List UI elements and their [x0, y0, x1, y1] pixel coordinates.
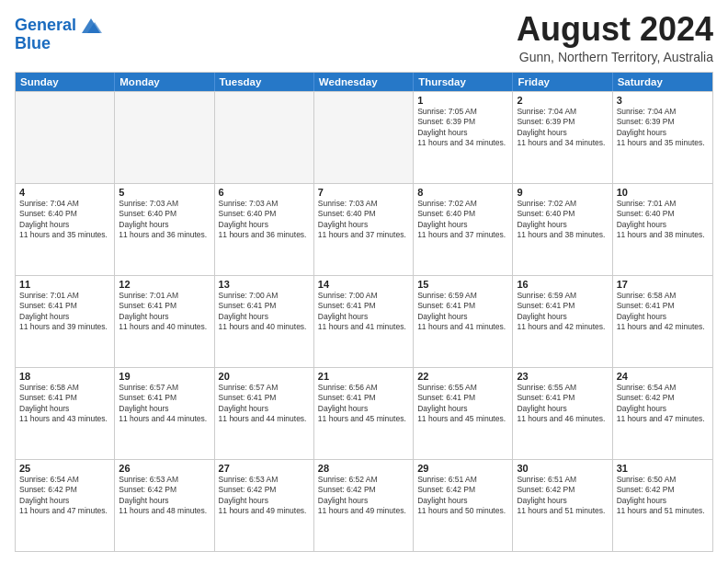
cal-cell: 16Sunrise: 6:59 AMSunset: 6:41 PMDayligh… [513, 276, 612, 367]
day-number: 27 [219, 463, 310, 474]
day-number: 24 [617, 371, 709, 382]
header-day-sunday: Sunday [16, 73, 115, 91]
cell-info: Sunrise: 7:03 AMSunset: 6:40 PMDaylight … [318, 199, 409, 241]
cal-cell: 29Sunrise: 6:51 AMSunset: 6:42 PMDayligh… [414, 460, 513, 551]
header-day-monday: Monday [115, 73, 214, 91]
day-number: 31 [617, 463, 709, 474]
cell-info: Sunrise: 6:55 AMSunset: 6:41 PMDaylight … [517, 383, 608, 425]
cal-cell: 25Sunrise: 6:54 AMSunset: 6:42 PMDayligh… [16, 460, 115, 551]
cal-cell: 3Sunrise: 7:04 AMSunset: 6:39 PMDaylight… [613, 92, 712, 183]
cell-info: Sunrise: 6:52 AMSunset: 6:42 PMDaylight … [318, 475, 409, 517]
cell-info: Sunrise: 7:03 AMSunset: 6:40 PMDaylight … [219, 199, 310, 241]
header-day-saturday: Saturday [613, 73, 712, 91]
cell-info: Sunrise: 7:01 AMSunset: 6:41 PMDaylight … [119, 291, 210, 333]
cell-info: Sunrise: 6:58 AMSunset: 6:41 PMDaylight … [617, 291, 709, 333]
week-row-5: 25Sunrise: 6:54 AMSunset: 6:42 PMDayligh… [16, 459, 712, 551]
cell-info: Sunrise: 7:04 AMSunset: 6:39 PMDaylight … [617, 107, 709, 149]
day-number: 6 [219, 187, 310, 198]
cal-cell: 18Sunrise: 6:58 AMSunset: 6:41 PMDayligh… [16, 368, 115, 459]
day-number: 29 [417, 463, 508, 474]
week-row-1: 1Sunrise: 7:05 AMSunset: 6:39 PMDaylight… [16, 91, 712, 183]
calendar-header: SundayMondayTuesdayWednesdayThursdayFrid… [16, 73, 712, 91]
day-number: 20 [219, 371, 310, 382]
cell-info: Sunrise: 7:02 AMSunset: 6:40 PMDaylight … [517, 199, 608, 241]
cal-cell: 13Sunrise: 7:00 AMSunset: 6:41 PMDayligh… [215, 276, 314, 367]
cal-cell: 12Sunrise: 7:01 AMSunset: 6:41 PMDayligh… [115, 276, 214, 367]
day-number: 11 [19, 279, 110, 290]
header-day-thursday: Thursday [414, 73, 513, 91]
week-row-2: 4Sunrise: 7:04 AMSunset: 6:40 PMDaylight… [16, 183, 712, 275]
cal-cell: 6Sunrise: 7:03 AMSunset: 6:40 PMDaylight… [215, 184, 314, 275]
cal-cell [115, 92, 214, 183]
day-number: 3 [617, 95, 709, 106]
cal-cell: 2Sunrise: 7:04 AMSunset: 6:39 PMDaylight… [513, 92, 612, 183]
cell-info: Sunrise: 7:03 AMSunset: 6:40 PMDaylight … [119, 199, 210, 241]
cal-cell: 8Sunrise: 7:02 AMSunset: 6:40 PMDaylight… [414, 184, 513, 275]
cell-info: Sunrise: 7:01 AMSunset: 6:41 PMDaylight … [19, 291, 110, 333]
title-block: August 2024 Gunn, Northern Territory, Au… [517, 11, 713, 64]
cal-cell: 17Sunrise: 6:58 AMSunset: 6:41 PMDayligh… [613, 276, 712, 367]
day-number: 28 [318, 463, 409, 474]
day-number: 14 [318, 279, 409, 290]
day-number: 25 [19, 463, 110, 474]
cal-cell: 10Sunrise: 7:01 AMSunset: 6:40 PMDayligh… [613, 184, 712, 275]
day-number: 12 [119, 279, 210, 290]
day-number: 16 [517, 279, 608, 290]
cal-cell: 15Sunrise: 6:59 AMSunset: 6:41 PMDayligh… [414, 276, 513, 367]
day-number: 10 [617, 187, 709, 198]
day-number: 5 [119, 187, 210, 198]
cal-cell: 14Sunrise: 7:00 AMSunset: 6:41 PMDayligh… [314, 276, 414, 367]
cell-info: Sunrise: 6:56 AMSunset: 6:41 PMDaylight … [318, 383, 409, 425]
cal-cell: 30Sunrise: 6:51 AMSunset: 6:42 PMDayligh… [513, 460, 612, 551]
calendar: SundayMondayTuesdayWednesdayThursdayFrid… [15, 72, 713, 552]
cal-cell: 31Sunrise: 6:50 AMSunset: 6:42 PMDayligh… [613, 460, 712, 551]
cell-info: Sunrise: 6:59 AMSunset: 6:41 PMDaylight … [417, 291, 508, 333]
cal-cell: 4Sunrise: 7:04 AMSunset: 6:40 PMDaylight… [16, 184, 115, 275]
cell-info: Sunrise: 6:54 AMSunset: 6:42 PMDaylight … [617, 383, 709, 425]
cell-info: Sunrise: 6:51 AMSunset: 6:42 PMDaylight … [417, 475, 508, 517]
week-row-4: 18Sunrise: 6:58 AMSunset: 6:41 PMDayligh… [16, 367, 712, 459]
cal-cell: 27Sunrise: 6:53 AMSunset: 6:42 PMDayligh… [215, 460, 314, 551]
cell-info: Sunrise: 6:58 AMSunset: 6:41 PMDaylight … [19, 383, 110, 425]
header-day-tuesday: Tuesday [215, 73, 314, 91]
day-number: 2 [517, 95, 608, 106]
logo-text: General [15, 17, 76, 35]
cal-cell: 26Sunrise: 6:53 AMSunset: 6:42 PMDayligh… [115, 460, 214, 551]
day-number: 4 [19, 187, 110, 198]
cell-info: Sunrise: 7:00 AMSunset: 6:41 PMDaylight … [219, 291, 310, 333]
header: General Blue August 2024 Gunn, Northern … [15, 11, 713, 64]
day-number: 23 [517, 371, 608, 382]
header-day-wednesday: Wednesday [314, 73, 414, 91]
day-number: 21 [318, 371, 409, 382]
day-number: 9 [517, 187, 608, 198]
calendar-body: 1Sunrise: 7:05 AMSunset: 6:39 PMDaylight… [16, 91, 712, 551]
cell-info: Sunrise: 6:50 AMSunset: 6:42 PMDaylight … [617, 475, 709, 517]
cell-info: Sunrise: 6:51 AMSunset: 6:42 PMDaylight … [517, 475, 608, 517]
cell-info: Sunrise: 7:01 AMSunset: 6:40 PMDaylight … [617, 199, 709, 241]
cal-cell: 28Sunrise: 6:52 AMSunset: 6:42 PMDayligh… [314, 460, 414, 551]
cal-cell: 11Sunrise: 7:01 AMSunset: 6:41 PMDayligh… [16, 276, 115, 367]
cal-cell: 20Sunrise: 6:57 AMSunset: 6:41 PMDayligh… [215, 368, 314, 459]
cal-cell: 23Sunrise: 6:55 AMSunset: 6:41 PMDayligh… [513, 368, 612, 459]
cal-cell: 9Sunrise: 7:02 AMSunset: 6:40 PMDaylight… [513, 184, 612, 275]
cal-cell: 5Sunrise: 7:03 AMSunset: 6:40 PMDaylight… [115, 184, 214, 275]
logo-icon [78, 15, 104, 37]
cell-info: Sunrise: 7:02 AMSunset: 6:40 PMDaylight … [417, 199, 508, 241]
cal-cell: 21Sunrise: 6:56 AMSunset: 6:41 PMDayligh… [314, 368, 414, 459]
logo: General Blue [15, 15, 104, 53]
day-number: 13 [219, 279, 310, 290]
cal-cell: 22Sunrise: 6:55 AMSunset: 6:41 PMDayligh… [414, 368, 513, 459]
cell-info: Sunrise: 6:55 AMSunset: 6:41 PMDaylight … [417, 383, 508, 425]
month-title: August 2024 [517, 11, 713, 48]
cal-cell [215, 92, 314, 183]
day-number: 1 [417, 95, 508, 106]
cal-cell: 24Sunrise: 6:54 AMSunset: 6:42 PMDayligh… [613, 368, 712, 459]
cal-cell [16, 92, 115, 183]
page: General Blue August 2024 Gunn, Northern … [0, 0, 728, 563]
header-day-friday: Friday [513, 73, 612, 91]
day-number: 8 [417, 187, 508, 198]
day-number: 17 [617, 279, 709, 290]
cell-info: Sunrise: 6:59 AMSunset: 6:41 PMDaylight … [517, 291, 608, 333]
cell-info: Sunrise: 6:54 AMSunset: 6:42 PMDaylight … [19, 475, 110, 517]
day-number: 15 [417, 279, 508, 290]
